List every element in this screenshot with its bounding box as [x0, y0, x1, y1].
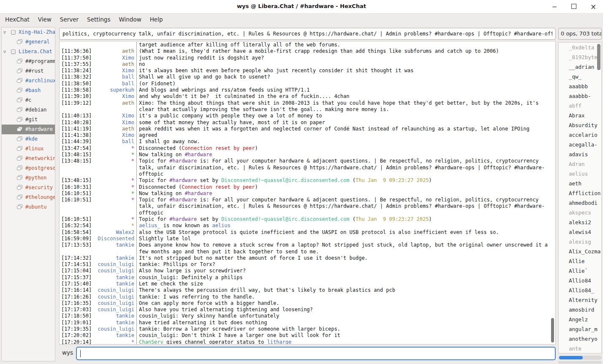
sidebar-item-bash[interactable]: #bash	[2, 86, 55, 95]
nick[interactable]: ball	[96, 81, 137, 87]
userlist-item[interactable]: aeth	[559, 179, 601, 188]
userlist-item[interactable]: Affliction	[559, 188, 601, 198]
nick[interactable]: tankie	[96, 313, 137, 319]
nick[interactable]: tankie	[96, 255, 137, 261]
userlist-item[interactable]: aleksi2	[559, 217, 601, 227]
sidebar-item-archlinux[interactable]: #archlinux	[2, 76, 55, 86]
userlist-item[interactable]: Allie`	[559, 266, 601, 276]
nick[interactable]: cousin_luigi	[96, 307, 137, 313]
nick[interactable]: ball	[96, 139, 137, 145]
userlist-item[interactable]: alewis4	[559, 227, 601, 237]
menu-item-server[interactable]: Server	[56, 14, 83, 23]
nick[interactable]: cousin_luigi	[96, 268, 137, 274]
nick[interactable]: Walex2	[96, 229, 137, 236]
menu-item-settings[interactable]: Settings	[83, 14, 114, 23]
topic-input[interactable]	[60, 28, 555, 39]
nick[interactable]: Ximo	[96, 113, 137, 119]
userlist-item[interactable]: adavis	[559, 149, 601, 159]
sidebar-item-kde[interactable]: #kde	[2, 134, 55, 144]
channel-tree[interactable]: ▽Xing-Hai-Zhan#general▽Libera.Chat##prog…	[1, 27, 55, 361]
userlist-item[interactable]: Adran	[559, 159, 601, 169]
nick[interactable]: Ximo	[96, 120, 137, 126]
sidebar-item-ubuntu[interactable]: #ubuntu	[2, 202, 55, 212]
nick[interactable]: cousin_luigi	[96, 261, 137, 268]
expander-icon[interactable]: ▽	[3, 27, 6, 37]
userlist-item[interactable]: Allie	[559, 256, 601, 266]
nick[interactable]: aeth	[96, 48, 137, 54]
topic-bar[interactable]	[59, 28, 556, 40]
sidebar-item-Libera.Chat[interactable]: ▽Libera.Chat	[2, 47, 55, 57]
userlist-hscrollbar-2[interactable]	[558, 361, 602, 364]
sidebar-item-postgresql[interactable]: #postgresql	[2, 163, 55, 173]
menu-item-help[interactable]: Help	[146, 14, 167, 23]
nick[interactable]: Ximo	[96, 93, 137, 100]
userlist-item[interactable]: ante	[559, 344, 601, 353]
sidebar-item-programming[interactable]: ##programming	[2, 57, 55, 66]
userlist-item[interactable]: _8192byte	[559, 52, 601, 62]
userlist-item[interactable]: aaabbb	[559, 81, 601, 91]
userlist-item[interactable]: Absurdity	[559, 120, 601, 130]
userlist-item[interactable]: acegalla-	[559, 140, 601, 149]
minimize-icon[interactable]: −	[545, 0, 564, 14]
nick[interactable]: aeth	[96, 61, 137, 68]
userlist-item[interactable]: _0xdelta	[559, 43, 601, 52]
userlist-item[interactable]: abff	[559, 101, 601, 111]
title-bar[interactable]: wys @ Libera.Chat / #hardware - HexChat …	[0, 0, 603, 14]
menu-item-view[interactable]: View	[34, 14, 56, 23]
close-icon[interactable]: ×	[584, 0, 603, 14]
userlist-item[interactable]: Abrax	[559, 111, 601, 120]
nick[interactable]: tankie	[96, 332, 137, 339]
userlist-hscrollbar-thumb[interactable]	[559, 356, 583, 359]
nick[interactable]: superkuh	[96, 87, 137, 93]
sidebar-item-git[interactable]: #git	[2, 115, 55, 125]
userlist-item[interactable]: amosbird	[559, 305, 601, 315]
chat-scrollbar-thumb[interactable]	[551, 318, 554, 342]
userlist-item[interactable]: angular_m	[559, 324, 601, 334]
sidebar-item-python[interactable]: #python	[2, 173, 55, 183]
userlist-item[interactable]: Alternity	[559, 295, 601, 305]
sidebar-item-debian[interactable]: #debian	[2, 105, 55, 115]
nick[interactable]: aeth	[96, 126, 137, 132]
nick[interactable]: tankie	[96, 274, 137, 281]
nick[interactable]: cousin_luigi	[96, 326, 137, 332]
nick[interactable]: cousin_luigi	[96, 300, 137, 307]
expander-icon[interactable]: ▽	[3, 47, 6, 57]
sidebar-item-Xing-Hai-Zhan[interactable]: ▽Xing-Hai-Zhan	[2, 27, 55, 37]
userlist-item[interactable]: Allio84_	[559, 285, 601, 295]
menu-item-window[interactable]: Window	[114, 14, 145, 23]
nick[interactable]: tankie	[96, 242, 137, 255]
menu-item-hexchat[interactable]: HexChat	[1, 14, 34, 23]
userlist-item[interactable]: alexisg	[559, 237, 601, 247]
userlist-item[interactable]: akspecs	[559, 208, 601, 217]
nick[interactable]: ball	[96, 74, 137, 80]
chat-log[interactable]: target audience after killing off litera…	[59, 41, 556, 345]
userlist-item[interactable]: __adrian	[559, 62, 601, 72]
nick[interactable]: Ximo	[96, 55, 137, 61]
userlist-item[interactable]: Alix_Cozma	[559, 247, 601, 256]
sidebar-item-linux[interactable]: #linux	[2, 144, 55, 154]
sidebar-item-hardware[interactable]: #hardware	[2, 125, 55, 134]
userlist-scrollbar-thumb[interactable]	[597, 44, 600, 70]
userlist-item[interactable]: Angelz	[559, 315, 601, 324]
nick[interactable]: tankie	[96, 281, 137, 287]
nick[interactable]: aeth	[96, 100, 137, 113]
nick[interactable]: Disconsented	[96, 236, 137, 242]
sidebar-item-thelounge[interactable]: #thelounge	[2, 193, 55, 202]
userlist-item[interactable]: accelario	[559, 130, 601, 140]
sidebar-item-security[interactable]: #security	[2, 183, 55, 193]
message-input-box[interactable]	[76, 347, 556, 360]
userlist-item[interactable]: anotheryo	[559, 334, 601, 344]
nick[interactable]: tankie	[96, 320, 137, 326]
userlist-item[interactable]: _qw_	[559, 72, 601, 81]
user-list[interactable]: _0xdelta_8192byte__adrian_qw_aaabbbaaabb…	[558, 42, 602, 353]
nick[interactable]: Ximo	[96, 68, 137, 74]
maximize-icon[interactable]	[564, 0, 584, 14]
userlist-hscrollbar[interactable]	[558, 356, 602, 360]
userlist-item[interactable]: Allio84	[559, 276, 601, 285]
nick[interactable]: cousin_luigi	[96, 287, 137, 293]
sidebar-item-rust[interactable]: ##rust	[2, 66, 55, 76]
userlist-item[interactable]: ahmedbodi	[559, 198, 601, 208]
userlist-item[interactable]: aelius	[559, 169, 601, 179]
sidebar-item-networking[interactable]: #networking	[2, 154, 55, 163]
userlist-item[interactable]: aaabbb-	[559, 91, 601, 101]
